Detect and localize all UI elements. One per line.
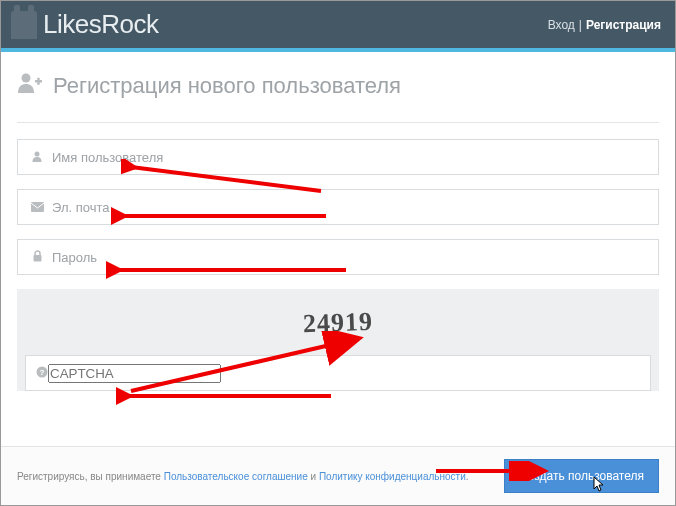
captcha-value: 24919 bbox=[302, 307, 373, 339]
terms-link-agreement[interactable]: Пользовательское соглашение bbox=[164, 471, 308, 482]
nav-links: Вход | Регистрация bbox=[548, 18, 661, 32]
user-icon bbox=[28, 150, 46, 165]
svg-point-0 bbox=[22, 74, 31, 83]
nav-login-link[interactable]: Вход bbox=[548, 18, 575, 32]
svg-text:?: ? bbox=[40, 368, 45, 377]
help-icon: ? bbox=[36, 364, 48, 382]
captcha-box: 24919 ? bbox=[17, 289, 659, 391]
nav-register-link[interactable]: Регистрация bbox=[586, 18, 661, 32]
terms-text: Регистрируясь, вы принимаете Пользовател… bbox=[17, 471, 469, 482]
header: LikesRock Вход | Регистрация bbox=[1, 1, 675, 48]
content: Регистрация нового пользователя 24919 ? bbox=[1, 52, 675, 409]
footer: Регистрируясь, вы принимаете Пользовател… bbox=[1, 446, 675, 505]
logo-area: LikesRock bbox=[11, 9, 158, 40]
terms-mid: и bbox=[308, 471, 319, 482]
add-user-icon bbox=[17, 72, 43, 100]
captcha-input[interactable] bbox=[48, 364, 221, 383]
logo-icon bbox=[11, 11, 37, 39]
lock-icon bbox=[28, 250, 46, 265]
envelope-icon bbox=[28, 200, 46, 215]
terms-prefix: Регистрируясь, вы принимаете bbox=[17, 471, 164, 482]
password-input[interactable] bbox=[46, 250, 648, 265]
password-field[interactable] bbox=[17, 239, 659, 275]
username-input[interactable] bbox=[46, 150, 648, 165]
page-title-row: Регистрация нового пользователя bbox=[17, 72, 659, 100]
captcha-image: 24919 bbox=[17, 299, 659, 347]
divider bbox=[17, 122, 659, 123]
username-field[interactable] bbox=[17, 139, 659, 175]
captcha-field[interactable]: ? bbox=[25, 355, 651, 391]
email-field[interactable] bbox=[17, 189, 659, 225]
svg-rect-5 bbox=[33, 255, 41, 262]
submit-button[interactable]: Создать пользователя bbox=[504, 459, 659, 493]
svg-point-3 bbox=[35, 151, 40, 156]
email-input[interactable] bbox=[46, 200, 648, 215]
brand-name: LikesRock bbox=[43, 9, 158, 40]
nav-separator: | bbox=[579, 18, 582, 32]
terms-link-privacy[interactable]: Политику конфиденциальности bbox=[319, 471, 466, 482]
terms-suffix: . bbox=[466, 471, 469, 482]
page-title: Регистрация нового пользователя bbox=[53, 73, 401, 99]
svg-rect-4 bbox=[31, 202, 44, 212]
svg-rect-2 bbox=[37, 78, 40, 85]
